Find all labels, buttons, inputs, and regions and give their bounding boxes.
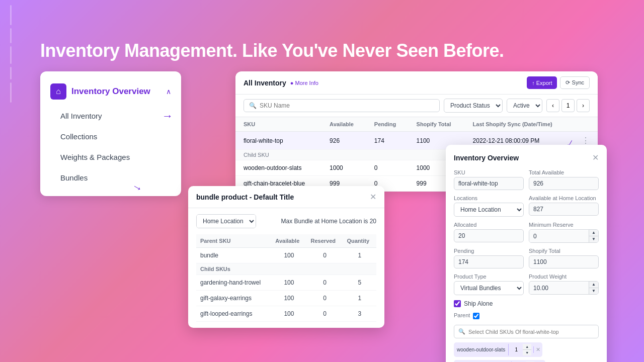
sku-tag-1-down[interactable]: ▼: [523, 350, 531, 355]
col-shopify-total: Shopify Total: [409, 117, 465, 132]
min-reserve-group: Minimum Reserve ▲ ▼: [529, 222, 599, 243]
bundle-modal: bundle product - Default Title ✕ Home Lo…: [188, 186, 384, 328]
sidebar-item-collections[interactable]: Collections: [40, 126, 181, 147]
min-reserve-input[interactable]: ▲ ▼: [529, 229, 599, 243]
search-child-icon: 🔍: [458, 328, 465, 335]
sidebar-title: Inventory Overview: [71, 86, 150, 97]
product-weight-label: Product Weight: [529, 274, 599, 280]
prev-page-button[interactable]: ‹: [546, 99, 559, 112]
sku-tag-1-qty-input[interactable]: [511, 347, 522, 352]
next-page-button[interactable]: ›: [577, 99, 590, 112]
ship-alone-checkbox[interactable]: [454, 300, 461, 307]
min-reserve-value[interactable]: [529, 230, 589, 242]
sku-row: SKU Total Available: [454, 169, 599, 190]
min-reserve-up[interactable]: ▲: [589, 230, 598, 236]
location-select[interactable]: Home Location: [197, 215, 256, 228]
locations-group: Locations Home Location: [454, 195, 524, 217]
export-button[interactable]: ↑ Export: [527, 76, 557, 89]
weight-down[interactable]: ▼: [589, 288, 598, 294]
col-last-sync: Last Shopify Sync (Date/Time): [465, 117, 571, 132]
panel-title: All Inventory: [244, 79, 286, 87]
arrow-to-inventory: →: [162, 110, 173, 123]
sku-input[interactable]: [454, 177, 524, 190]
sku-tag-1-qty-controls: ▲ ▼: [523, 344, 531, 355]
pending-input[interactable]: [454, 255, 524, 268]
weight-up[interactable]: ▲: [589, 282, 598, 288]
total-available-label: Total Available: [529, 169, 599, 175]
sku-tag-1-label: wooden-outdoor-slats: [454, 346, 508, 353]
sku-tag-1-close[interactable]: ✕: [533, 346, 542, 353]
chevron-up-icon[interactable]: ∧: [166, 87, 171, 96]
search-child-sku-box: 🔍: [454, 325, 599, 338]
bundle-col-quantity: Quantity: [343, 234, 376, 248]
shopify-total-label: Shopify Total: [529, 248, 599, 254]
product-type-group: Product Type Virtual Bundles: [454, 274, 524, 295]
product-status-filter[interactable]: Product Status: [444, 99, 503, 113]
pending-group: Pending: [454, 248, 524, 268]
child-sku-row-1: gardening-hand-trowel: [196, 275, 271, 291]
three-dot-icon[interactable]: ⋮: [582, 136, 590, 145]
bundle-parent-sku: bundle: [196, 248, 271, 263]
parent-checkbox[interactable]: [473, 313, 479, 319]
shopify-total-input[interactable]: [529, 255, 599, 268]
child-sku-row-3: gift-looped-earrings: [196, 306, 271, 322]
sidebar: ⌂ Inventory Overview ∧ All Inventory Col…: [40, 71, 181, 196]
search-child-input[interactable]: [468, 329, 594, 335]
bundle-col-reserved: Reserved: [307, 234, 343, 248]
active-filter[interactable]: Active: [507, 99, 542, 113]
bundle-parent-reserved: 0: [307, 248, 343, 263]
parent-row: Parent: [454, 312, 599, 320]
panel-header: All Inventory ● More Info ↑ Export ⟳ Syn…: [235, 71, 598, 95]
location-row: Home Location Max Bundle at Home Locatio…: [196, 214, 376, 228]
sidebar-item-bundles[interactable]: Bundles: [40, 167, 181, 188]
modal-title: Inventory Overview: [454, 154, 519, 162]
deco-line-5: [10, 82, 12, 103]
bundle-close-button[interactable]: ✕: [370, 192, 376, 202]
sku-tags-row: wooden-outdoor-slats ▲ ▼ ✕ gift-chain-br…: [454, 342, 599, 362]
sku-tag-1-up[interactable]: ▲: [523, 344, 531, 350]
product-type-select[interactable]: Virtual Bundles: [454, 281, 524, 295]
panel-title-row: All Inventory ● More Info: [244, 79, 318, 87]
hero-title: Inventory Management. Like You've Never …: [40, 40, 504, 61]
sku-tag-1: wooden-outdoor-slats ▲ ▼ ✕: [454, 342, 542, 357]
bundle-parent-available: 100: [271, 248, 306, 263]
table-row[interactable]: bundle 100 0 1: [196, 248, 376, 263]
sidebar-item-weights[interactable]: Weights & Packages: [40, 147, 181, 167]
home-icon: ⌂: [50, 83, 66, 100]
col-sku: SKU: [235, 117, 321, 132]
sidebar-item-all-inventory[interactable]: All Inventory: [40, 106, 181, 126]
row-sku: floral-white-top: [235, 132, 321, 150]
locations-select[interactable]: Home Location: [454, 203, 524, 217]
col-actions: [571, 117, 598, 132]
table-row[interactable]: gardening-hand-trowel 100 0 5: [196, 275, 376, 291]
sku-tag-2: gift-chain-bracelet-blue ▲ ▼ ✕: [454, 360, 545, 362]
product-weight-value[interactable]: [529, 282, 589, 294]
search-icon: 🔍: [249, 102, 257, 109]
sku-label: SKU: [454, 169, 524, 175]
min-reserve-down[interactable]: ▼: [589, 236, 598, 242]
product-weight-input[interactable]: ▲ ▼: [529, 281, 599, 295]
search-input[interactable]: [260, 102, 434, 109]
sidebar-brand: ⌂ Inventory Overview: [50, 83, 150, 100]
panel-actions: ↑ Export ⟳ Sync: [527, 76, 590, 89]
child-sku-row-2: gift-galaxy-earrings: [196, 291, 271, 306]
min-reserve-label: Minimum Reserve: [529, 222, 599, 228]
product-weight-controls: ▲ ▼: [589, 282, 598, 294]
sku-group: SKU: [454, 169, 524, 190]
decorative-lines: [10, 5, 12, 103]
search-box: 🔍: [244, 99, 440, 112]
row-available: 926: [321, 132, 366, 150]
available-home-input[interactable]: [529, 203, 599, 216]
more-info-link[interactable]: ● More Info: [290, 80, 318, 86]
total-available-input[interactable]: [529, 177, 599, 190]
modal-close-button[interactable]: ✕: [592, 153, 599, 162]
product-weight-group: Product Weight ▲ ▼: [529, 274, 599, 295]
available-home-group: Available at Home Location: [529, 195, 599, 217]
allocated-input[interactable]: [454, 229, 524, 242]
table-row[interactable]: gift-looped-earrings 100 0 3: [196, 306, 376, 322]
product-type-label: Product Type: [454, 274, 524, 280]
sync-button[interactable]: ⟳ Sync: [560, 76, 590, 89]
table-row[interactable]: gift-galaxy-earrings 100 0 1: [196, 291, 376, 306]
location-select-wrap: Home Location: [196, 214, 256, 228]
inventory-overview-modal: Inventory Overview ✕ SKU Total Available…: [446, 145, 607, 362]
